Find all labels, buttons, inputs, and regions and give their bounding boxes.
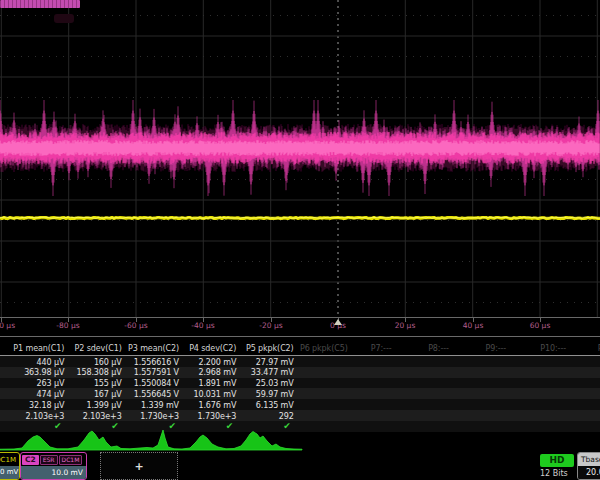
c2-vdiv-value: 10.0 mV [21,466,86,479]
c2-coupling-badge: DC1M [59,455,83,465]
measurement-value: 160 µV [67,358,121,367]
measurement-column-header: P11:--- [583,344,600,353]
time-axis-label: -80 µs [38,321,98,330]
measurement-value: 363.98 µV [10,368,64,377]
measurement-value: 474 µV [10,390,64,399]
measurement-column-header[interactable]: P4 sdev(C2) [182,344,236,353]
time-axis-tick [203,318,204,322]
time-axis-label: -60 µs [106,321,166,330]
bit-resolution-label: 12 Bits [540,469,568,478]
measurement-value: 1.676 mV [182,401,236,410]
measurement-column-header[interactable]: P3 mean(C2) [125,344,179,353]
measurement-column-header[interactable]: P1 mean(C1) [10,344,64,353]
time-axis-label: 40 µs [443,321,503,330]
time-axis-tick [540,318,541,322]
measurement-value: 1.891 mV [182,379,236,388]
grid-baseline [0,317,600,318]
overlay-badge [0,0,80,8]
measurement-column-header[interactable]: P2 sdev(C1) [67,344,121,353]
measurement-column-header: P6 pkpk(C5) [297,344,351,353]
measurement-value: 1.556616 V [125,358,179,367]
time-axis-label: 20 µs [375,321,435,330]
measurement-value: 1.556645 V [125,390,179,399]
measurement-value: 27.97 mV [239,358,293,367]
measurement-value: 2.968 mV [182,368,236,377]
time-axis-label: 60 µs [510,321,570,330]
measurement-value: 1.550084 V [125,379,179,388]
measurement-value: 33.477 mV [239,368,293,377]
c2-noise-hot [0,140,599,156]
measurement-column-header: P7:--- [354,344,408,353]
measurement-value: 158.308 µV [67,368,121,377]
time-axis-tick [68,318,69,322]
c2-label: C2 [22,455,39,465]
measurement-value: 155 µV [67,379,121,388]
measurement-value: 167 µV [67,390,121,399]
measurement-value: 59.97 mV [239,390,293,399]
measurement-value: 10.031 mV [182,390,236,399]
waveform-grid [0,0,600,318]
table-top-border [0,336,600,337]
measurement-value: 25.03 mV [239,379,293,388]
c1-coupling-badge: DC1M [0,455,18,466]
cursor-position-box[interactable]: + [100,452,178,480]
measurement-value: 1.399 µV [67,401,121,410]
channel-c2-descriptor[interactable]: C2 ESR DC1M 10.0 mV [20,452,87,480]
time-axis-label: -20 µs [241,321,301,330]
measurement-column-header: P9:--- [469,344,523,353]
measurement-value: 2.200 mV [182,358,236,367]
plus-cursor-icon: + [134,460,143,473]
channel-c1-descriptor[interactable]: DC1M 0 mV [0,452,20,480]
time-axis-tick [473,318,474,322]
hd-mode-badge[interactable]: HD [540,454,574,467]
time-axis-label: -100 µs [0,321,31,330]
measurement-histogram [0,420,310,452]
timebase-title: Tbase [578,453,600,466]
trigger-time-marker [334,319,342,325]
timebase-value: 20.0 [578,466,600,479]
measurement-value: 440 µV [10,358,64,367]
time-axis-tick [1,318,2,322]
time-axis-tick [405,318,406,322]
overlay-smudge [54,14,74,23]
time-axis-label: -40 µs [173,321,233,330]
time-axis-tick [271,318,272,322]
time-axis-tick [136,318,137,322]
histogram-shape [0,430,302,450]
measurement-value: 32.18 µV [10,401,64,410]
measurement-value: 1.339 mV [125,401,179,410]
measurement-value: 6.135 mV [239,401,293,410]
timebase-descriptor[interactable]: Tbase 20.0 [577,452,600,480]
measurement-value: 1.557591 V [125,368,179,377]
measurement-column-header[interactable]: P5 pkpk(C2) [239,344,293,353]
c2-esr-badge: ESR [40,455,58,465]
measurement-value: 263 µV [10,379,64,388]
c1-vdiv-value: 0 mV [0,466,19,479]
oscilloscope-screen: -100 µs-80 µs-60 µs-40 µs-20 µs0 µs20 µs… [0,0,600,480]
measurement-table: P1 mean(C1)440 µV363.98 µV263 µV474 µV32… [0,336,600,431]
measurement-column-header: P10:--- [526,344,580,353]
measurement-column-header: P8:--- [411,344,465,353]
